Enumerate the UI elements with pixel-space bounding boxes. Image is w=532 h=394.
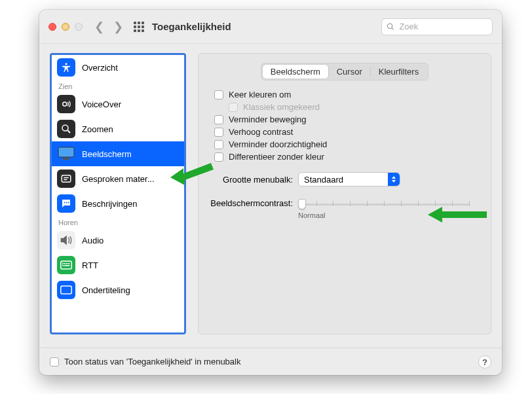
display-icon (57, 145, 75, 163)
sidebar-item-overzicht[interactable]: Overzicht (52, 55, 184, 80)
captions-icon (57, 281, 75, 299)
sidebar-item-label: Beeldscherm (82, 149, 132, 159)
checkbox-input[interactable] (214, 115, 223, 124)
svg-rect-13 (66, 263, 67, 264)
footer: Toon status van 'Toegankelijkheid' in me… (39, 348, 502, 375)
help-button[interactable]: ? (478, 355, 491, 368)
checkbox-input[interactable] (50, 357, 59, 367)
checkbox-invert-colors[interactable]: Keer kleuren om (214, 90, 479, 99)
slider-max-label: Maximum (437, 211, 468, 219)
checkbox-input[interactable] (214, 140, 223, 149)
sidebar-item-rtt[interactable]: RTT (52, 253, 184, 278)
svg-rect-12 (64, 263, 66, 264)
svg-rect-11 (62, 263, 64, 264)
forward-button[interactable]: ❯ (113, 21, 123, 33)
svg-line-3 (67, 130, 70, 133)
menubar-size-field: Grootte menubalk: Standaard (210, 172, 479, 187)
svg-point-0 (66, 63, 67, 65)
search-input[interactable] (398, 21, 487, 32)
svg-rect-15 (62, 265, 64, 266)
sidebar-item-label: Audio (82, 236, 104, 245)
checkbox-differentiate-without-color[interactable]: Differentieer zonder kleur (214, 152, 479, 162)
svg-rect-6 (62, 175, 71, 183)
toolbar: ❮ ❯ Toegankelijkheid (39, 10, 502, 44)
svg-rect-5 (63, 158, 69, 160)
preferences-window: ❮ ❯ Toegankelijkheid Overzicht Zien (39, 10, 502, 375)
menubar-size-select[interactable]: Standaard (298, 172, 400, 187)
checkbox-reduce-transparency[interactable]: Verminder doorzichtigheid (214, 139, 479, 149)
sidebar-item-label: Beschrijvingen (82, 199, 138, 209)
back-button[interactable]: ❮ (94, 21, 104, 33)
sidebar-item-beschrijvingen[interactable]: Beschrijvingen (52, 191, 184, 216)
checkbox-label: Keer kleuren om (229, 90, 291, 99)
svg-point-7 (64, 202, 66, 204)
show-all-icon[interactable] (134, 22, 144, 32)
search-icon (387, 22, 394, 31)
svg-rect-4 (58, 147, 74, 157)
select-value: Standaard (304, 175, 343, 185)
checkbox-label: Verminder doorzichtigheid (229, 139, 327, 149)
checkbox-label: Verminder beweging (229, 115, 307, 124)
sidebar-item-label: Zoomen (82, 124, 113, 134)
content-area: Overzicht Zien VoiceOver Zoomen (39, 44, 502, 337)
checkbox-group: Keer kleuren om Klassiek omgekeerd Vermi… (214, 90, 479, 162)
checkbox-label: Klassiek omgekeerd (243, 102, 320, 112)
nav-buttons: ❮ ❯ (94, 21, 123, 33)
tab-kleurfilters[interactable]: Kleurfilters (371, 65, 427, 79)
checkbox-reduce-motion[interactable]: Verminder beweging (214, 115, 479, 124)
sidebar-item-label: VoiceOver (82, 99, 121, 109)
sidebar-item-label: Gesproken mater... (82, 174, 155, 184)
window-title: Toegankelijkheid (152, 21, 231, 32)
svg-rect-16 (64, 265, 69, 266)
checkbox-label: Toon status van 'Toegankelijkheid' in me… (64, 357, 240, 367)
sidebar-section-horen: Horen (52, 216, 184, 228)
sidebar-item-gesproken[interactable]: Gesproken mater... (52, 166, 184, 191)
accessibility-icon (57, 58, 75, 77)
checkbox-label: Verhoog contrast (229, 127, 293, 137)
zoom-icon (57, 120, 75, 138)
svg-point-1 (63, 102, 67, 106)
zoom-window-button[interactable] (75, 23, 83, 31)
display-contrast-label: Beeldschermcontrast: (193, 198, 293, 208)
svg-point-8 (66, 202, 67, 204)
checkbox-input[interactable] (214, 152, 223, 162)
display-contrast-field: Beeldschermcontrast: Normaal Maximum (210, 198, 479, 219)
svg-point-2 (62, 125, 68, 131)
descriptions-icon (57, 194, 75, 213)
checkbox-input[interactable] (214, 90, 223, 99)
checkbox-increase-contrast[interactable]: Verhoog contrast (214, 127, 479, 137)
settings-panel: Beeldscherm Cursor Kleurfilters Keer kle… (198, 53, 491, 334)
svg-rect-14 (68, 263, 69, 264)
checkbox-input (229, 103, 238, 112)
spoken-content-icon (57, 170, 75, 188)
sidebar-item-voiceover[interactable]: VoiceOver (52, 92, 184, 116)
window-controls (48, 23, 83, 31)
tab-cursor[interactable]: Cursor (329, 65, 370, 79)
sidebar-item-ondertiteling[interactable]: Ondertiteling (52, 278, 184, 302)
close-window-button[interactable] (48, 23, 56, 31)
slider-knob[interactable] (298, 199, 306, 209)
sidebar-item-label: Ondertiteling (82, 285, 130, 295)
voiceover-icon (57, 95, 75, 113)
slider-min-label: Normaal (298, 211, 326, 219)
sidebar-item-label: RTT (82, 260, 98, 270)
tab-bar: Beeldscherm Cursor Kleurfilters (261, 63, 428, 81)
checkbox-classic-invert: Klassiek omgekeerd (229, 102, 479, 112)
sidebar-list[interactable]: Overzicht Zien VoiceOver Zoomen (52, 55, 184, 332)
svg-rect-17 (61, 286, 72, 294)
checkbox-input[interactable] (214, 128, 223, 137)
minimize-window-button[interactable] (62, 23, 69, 31)
menubar-size-label: Grootte menubalk: (210, 175, 293, 185)
sidebar: Overzicht Zien VoiceOver Zoomen (50, 53, 186, 334)
rtt-icon (57, 256, 75, 274)
sidebar-item-zoomen[interactable]: Zoomen (52, 116, 184, 141)
display-contrast-slider[interactable] (299, 198, 470, 210)
search-field[interactable] (381, 18, 493, 35)
sidebar-section-zien: Zien (52, 80, 184, 92)
sidebar-item-beeldscherm[interactable]: Beeldscherm (52, 141, 184, 166)
sidebar-item-label: Overzicht (82, 63, 118, 73)
checkbox-show-status-menubar[interactable]: Toon status van 'Toegankelijkheid' in me… (50, 357, 240, 367)
svg-point-9 (68, 202, 69, 204)
tab-beeldscherm[interactable]: Beeldscherm (263, 65, 328, 79)
sidebar-item-audio[interactable]: Audio (52, 228, 184, 253)
